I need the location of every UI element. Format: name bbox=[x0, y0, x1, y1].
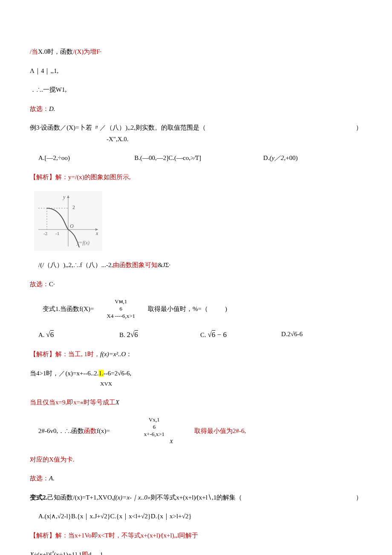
label: 变式2. bbox=[30, 494, 47, 501]
highlight: 1. bbox=[99, 370, 104, 377]
label: C. bbox=[200, 331, 208, 338]
text-line: 对应的X值为卡. bbox=[30, 455, 362, 465]
option-d: D.2√6-6 bbox=[281, 329, 362, 340]
answer: C· bbox=[49, 281, 55, 288]
min-value-line: 2#-6v0,．∴.函数函数f(x)= Vx,1 6 x+-6,x>1 X 取得… bbox=[30, 416, 362, 445]
answer: D. bbox=[49, 105, 55, 112]
function-graph: 2 -2 -1 O x y y=f(x) bbox=[34, 191, 102, 251]
text: f(x)=x²..O bbox=[100, 351, 126, 357]
svg-text:2: 2 bbox=[72, 204, 75, 210]
option-a: A.[—2,÷oo) bbox=[38, 153, 134, 163]
example-3: 例3·设函数／(X)=卜若 〃／（八）),,2,则实数。的取值范围是（ ） bbox=[30, 123, 362, 133]
answer-line: 故选：D. bbox=[30, 104, 362, 114]
option-d: D.(y／2,+00) bbox=[263, 153, 362, 163]
svg-text:y: y bbox=[63, 194, 66, 200]
answer-line: 故选：C· bbox=[30, 279, 362, 289]
options-row: A. √6 B. 2√6 C. √6 − 6 D.2√6-6 bbox=[30, 329, 362, 340]
case: x+-6,x>1 bbox=[135, 431, 173, 438]
options-row: A.(x|∧,√2-l}B.{x｜x.J+√2}C.{x｜x<l+√2}D.{x… bbox=[30, 511, 362, 521]
text: X bbox=[115, 399, 119, 406]
text: X.0时，函数 bbox=[38, 48, 73, 55]
analysis-line: 【解析】解：y=/(x)的图象如图所示, bbox=[30, 172, 362, 182]
text-line: X÷(x+l)[ᵝ(x÷1)+1],1即d…-1 bbox=[30, 549, 362, 555]
sub-expression: XVX bbox=[30, 380, 362, 388]
case: 6 bbox=[107, 305, 135, 313]
text: /当 bbox=[30, 48, 38, 55]
label: 故选： bbox=[30, 281, 49, 288]
label: B. bbox=[119, 331, 127, 338]
svg-text:y=f(x): y=f(x) bbox=[76, 240, 89, 246]
text-line: /(/（八）),,2,∴.f（八）...-2,由函数图象可知&JΣ· bbox=[30, 260, 362, 270]
label: 故选： bbox=[30, 475, 49, 482]
text: /(x)的图象如图所示, bbox=[75, 174, 130, 180]
paren: ） bbox=[356, 123, 362, 133]
svg-marker-3 bbox=[67, 195, 69, 198]
option-c: C. √6 − 6 bbox=[200, 329, 281, 340]
text: 取得最小值时，%=（ bbox=[148, 304, 208, 314]
answer: A. bbox=[49, 475, 55, 482]
text: /(/（八）),,2,∴.f（八）...-2, bbox=[38, 262, 113, 268]
text: d…-1 bbox=[88, 551, 103, 555]
variant-2: 变式2.己知函数/(x)=T+1,XVO,f(x)=x-｜x..0»则不等式x+… bbox=[30, 493, 362, 503]
text: &JΣ· bbox=[158, 262, 170, 268]
piecewise: Vx,1 6 x+-6,x>1 X bbox=[135, 416, 173, 445]
text: 当4>1时，／(x)=x+--6..2. bbox=[30, 370, 99, 377]
variant-1: 变式1.当函数f(X)= Vᴍ,1 6 X4 ----6,x>1 取得最小值时，… bbox=[30, 298, 362, 320]
text: /(X)为增F· bbox=[73, 48, 101, 55]
text: ÷(x+l)[ᵝ(x÷1)+1],1 bbox=[34, 551, 82, 555]
svg-text:-1: -1 bbox=[55, 231, 59, 236]
label: 【解析】解：y= bbox=[30, 174, 75, 180]
text: --6=2√6-6, bbox=[104, 370, 131, 377]
piecewise: Vᴍ,1 6 X4 ----6,x>1 bbox=[107, 298, 135, 320]
svg-text:O: O bbox=[70, 223, 74, 229]
text: 变式2.己知函数/(x)=T+1,XVO,f(x)=x-｜x..0»则不等式x+… bbox=[30, 493, 242, 503]
text: 变式1.当函数f(X)= bbox=[43, 304, 94, 314]
text-line: /当X.0时，函数/(X)为增F· bbox=[30, 47, 362, 57]
text-line: ．∴.一搅W1, bbox=[30, 85, 362, 95]
sub-expression: -X",X.0. bbox=[30, 134, 362, 144]
option-a: A. √6 bbox=[38, 329, 119, 340]
case: 6 bbox=[135, 424, 173, 431]
case: Vx,1 bbox=[135, 416, 173, 424]
svg-text:-2: -2 bbox=[43, 231, 47, 236]
option-b: B. 2√6 bbox=[119, 329, 200, 340]
options-row: A.[—2,÷oo) B.(—00,—2]C.(—co,>∕T] D.(y／2,… bbox=[30, 153, 362, 163]
text: ： bbox=[126, 351, 132, 357]
case: Vᴍ,1 bbox=[107, 298, 135, 305]
text-line: 当且仅当x=9,即x=«时等号成工X bbox=[30, 398, 362, 407]
text-line: Λ｜4｜,,1, bbox=[30, 66, 362, 76]
text: 由函数图象可知 bbox=[113, 262, 158, 268]
label: 【解析】解：当工, 1时， bbox=[30, 351, 100, 357]
text: 当且仅当x=9,即x=«时等号成工 bbox=[30, 399, 115, 406]
paren: ） bbox=[356, 493, 362, 503]
text: +00) bbox=[285, 154, 297, 161]
text-line: 当4>1时，／(x)=x+--6..2.1.--6=2√6-6, bbox=[30, 369, 362, 378]
text: 取得最小值为2#-6, bbox=[194, 426, 246, 436]
case: X4 ----6,x>1 bbox=[107, 313, 135, 320]
text: X bbox=[30, 551, 34, 555]
text: D. bbox=[263, 154, 270, 161]
text: 即 bbox=[82, 551, 88, 555]
text: 2#-6v0,．∴.函数函数f(x)= bbox=[38, 426, 110, 436]
analysis-line: 【解析】解：当x+1Vo即x<T时，不等式x+(x+l)∕(x+l),,l同解于 bbox=[30, 531, 362, 540]
svg-text:x: x bbox=[95, 230, 98, 236]
text: (y／2, bbox=[269, 154, 285, 161]
text: 例3·设函数／(X)=卜若 〃／（八）),,2,则实数。的取值范围是（ bbox=[30, 123, 206, 133]
analysis-line: 【解析】解：当工, 1时，f(x)=x²..O： bbox=[30, 349, 362, 359]
label: A. bbox=[38, 331, 46, 338]
case: X bbox=[170, 438, 173, 445]
option-bc: B.(—00,—2]C.(—co,>∕T] bbox=[134, 153, 263, 163]
paren: ) bbox=[225, 304, 227, 314]
label: 故选： bbox=[30, 105, 49, 112]
answer-line: 故选：A. bbox=[30, 474, 362, 483]
